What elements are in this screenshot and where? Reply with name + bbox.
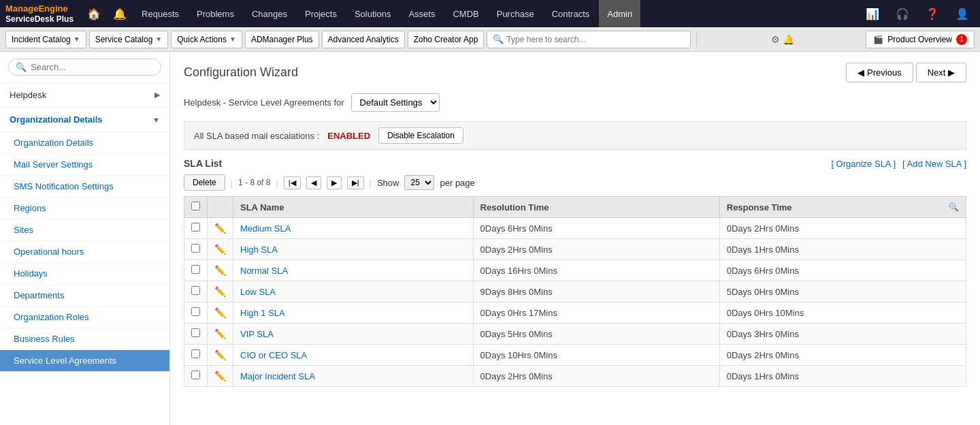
row-sla-name: CIO or CEO SLA <box>233 345 474 366</box>
disable-escalation-button[interactable]: Disable Escalation <box>378 127 463 144</box>
row-checkbox-7[interactable] <box>191 371 200 379</box>
nav-contracts[interactable]: Contracts <box>544 0 598 27</box>
sla-name-link[interactable]: High SLA <box>240 245 278 255</box>
row-resolution-time: 9Days 8Hrs 0Mins <box>473 281 719 302</box>
edit-icon[interactable]: ✏️ <box>214 286 226 297</box>
edit-icon[interactable]: ✏️ <box>214 244 226 255</box>
sidebar-search-input[interactable] <box>31 62 154 72</box>
row-checkbox-2[interactable] <box>191 265 200 274</box>
last-page-button[interactable]: ▶| <box>347 176 364 189</box>
sla-name-link[interactable]: Medium SLA <box>240 223 291 234</box>
row-checkbox-1[interactable] <box>191 244 200 253</box>
nav-problems[interactable]: Problems <box>189 0 242 27</box>
edit-icon[interactable]: ✏️ <box>214 328 226 339</box>
response-search-icon[interactable]: 🔍 <box>949 202 959 212</box>
edit-icon[interactable]: ✏️ <box>214 223 226 234</box>
sidebar: 🔍 Helpdesk ▶ Organizational Details ▼ Or… <box>0 52 170 425</box>
sidebar-item-departments[interactable]: Departments <box>0 285 169 306</box>
row-edit-cell: ✏️ <box>208 345 233 366</box>
sidebar-item-org-details[interactable]: Organization Details <box>0 132 169 154</box>
sla-name-link[interactable]: Major Incident SLA <box>240 371 315 381</box>
sla-name-link[interactable]: VIP SLA <box>240 329 274 339</box>
advanced-analytics-label: Advanced Analytics <box>328 35 399 44</box>
row-edit-cell: ✏️ <box>208 218 233 239</box>
organize-sla-link[interactable]: [ Organize SLA ] <box>831 159 896 169</box>
admanager-button[interactable]: ADManager Plus <box>245 31 319 48</box>
home-icon[interactable]: 🏠 <box>82 5 106 23</box>
product-overview-button[interactable]: 🎬 Product Overview 1 <box>866 31 975 48</box>
product-name: ServiceDesk Plus <box>5 14 74 24</box>
th-icon <box>208 197 233 218</box>
table-row: ✏️ CIO or CEO SLA 0Days 10Hrs 0Mins 0Day… <box>184 345 966 366</box>
row-checkbox-5[interactable] <box>191 328 200 337</box>
incident-catalog-button[interactable]: Incident Catalog ▼ <box>5 31 86 48</box>
chart-icon[interactable]: 📊 <box>860 5 885 23</box>
sidebar-item-regions[interactable]: Regions <box>0 198 169 219</box>
sla-name-link[interactable]: Low SLA <box>240 287 276 297</box>
notification-icon[interactable]: 🔔 <box>108 5 132 23</box>
next-page-button[interactable]: ▶ <box>327 176 342 189</box>
nav-assets[interactable]: Assets <box>400 0 443 27</box>
sidebar-item-operational-hours[interactable]: Operational hours <box>0 241 169 263</box>
quick-actions-button[interactable]: Quick Actions ▼ <box>171 31 242 48</box>
avatar[interactable]: 👤 <box>950 5 975 23</box>
sla-scope-select[interactable]: Default Settings <box>351 93 440 112</box>
table-row: ✏️ Low SLA 9Days 8Hrs 0Mins 5Days 0Hrs 0… <box>184 281 966 302</box>
nav-cmdb[interactable]: CMDB <box>444 0 487 27</box>
nav-admin[interactable]: Admin <box>599 0 640 27</box>
delete-button[interactable]: Delete <box>184 174 225 191</box>
sla-name-link[interactable]: High 1 SLA <box>240 308 285 318</box>
sidebar-item-sms[interactable]: SMS Notification Settings <box>0 176 169 198</box>
row-sla-name: Major Incident SLA <box>233 366 474 387</box>
next-button[interactable]: Next ▶ <box>916 63 966 82</box>
headset-icon[interactable]: 🎧 <box>890 5 915 23</box>
sidebar-item-sla[interactable]: Service Level Agreements <box>0 350 169 372</box>
per-page-select[interactable]: 25 <box>404 175 434 190</box>
nav-projects[interactable]: Projects <box>297 0 345 27</box>
select-all-checkbox[interactable] <box>191 202 200 210</box>
quick-actions-label: Quick Actions <box>177 35 227 44</box>
row-checkbox-6[interactable] <box>191 349 200 358</box>
sidebar-item-org-roles[interactable]: Organization Roles <box>0 306 169 328</box>
add-new-sla-link[interactable]: [ Add New SLA ] <box>902 159 966 169</box>
sla-name-link[interactable]: CIO or CEO SLA <box>240 350 307 360</box>
row-checkbox-cell <box>184 366 208 387</box>
row-checkbox-3[interactable] <box>191 286 200 295</box>
row-checkbox-cell <box>184 324 208 345</box>
edit-icon[interactable]: ✏️ <box>214 265 226 276</box>
table-controls: Delete | 1 - 8 of 8 | |◀ ◀ ▶ ▶| | Show 2… <box>184 174 966 191</box>
advanced-analytics-button[interactable]: Advanced Analytics <box>322 31 405 48</box>
search-input[interactable] <box>506 35 685 44</box>
sidebar-item-business-rules[interactable]: Business Rules <box>0 328 169 350</box>
service-catalog-button[interactable]: Service Catalog ▼ <box>89 31 169 48</box>
row-checkbox-0[interactable] <box>191 223 200 232</box>
sidebar-search-box[interactable]: 🔍 <box>8 59 161 76</box>
nav-changes[interactable]: Changes <box>244 0 295 27</box>
nav-solutions[interactable]: Solutions <box>346 0 399 27</box>
edit-icon[interactable]: ✏️ <box>214 349 226 360</box>
divider3: | <box>370 178 372 188</box>
help-icon[interactable]: ❓ <box>920 5 945 23</box>
nav-purchase[interactable]: Purchase <box>489 0 542 27</box>
sidebar-group-org-details[interactable]: Organizational Details ▼ <box>0 108 169 132</box>
sidebar-item-holidays[interactable]: Holidays <box>0 263 169 285</box>
previous-button[interactable]: ◀ Previous <box>846 63 913 82</box>
row-checkbox-cell <box>184 281 208 302</box>
sidebar-item-sites[interactable]: Sites <box>0 219 169 241</box>
edit-icon[interactable]: ✏️ <box>214 371 226 381</box>
table-row: ✏️ High 1 SLA 0Days 0Hrs 17Mins 0Days 0H… <box>184 302 966 324</box>
nav-requests[interactable]: Requests <box>133 0 187 27</box>
sidebar-group-helpdesk[interactable]: Helpdesk ▶ <box>0 83 169 108</box>
table-row: ✏️ Major Incident SLA 0Days 2Hrs 0Mins 0… <box>184 366 966 387</box>
sidebar-item-mail-server[interactable]: Mail Server Settings <box>0 154 169 176</box>
edit-icon[interactable]: ✏️ <box>214 307 226 318</box>
zoho-creator-button[interactable]: Zoho Creator App <box>408 31 485 48</box>
prev-page-button[interactable]: ◀ <box>306 176 321 189</box>
sla-name-link[interactable]: Normal SLA <box>240 266 288 276</box>
row-checkbox-4[interactable] <box>191 307 200 316</box>
first-page-button[interactable]: |◀ <box>284 176 301 189</box>
divider1: | <box>231 178 233 188</box>
global-search[interactable]: 🔍 <box>487 31 691 48</box>
th-select-all <box>184 197 208 218</box>
row-resolution-time: 0Days 0Hrs 17Mins <box>473 302 719 324</box>
